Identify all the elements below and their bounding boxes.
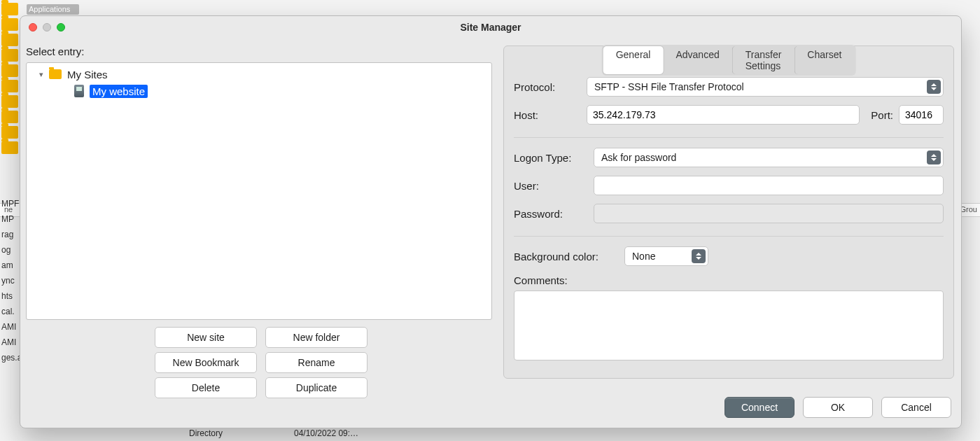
delete-button[interactable]: Delete	[155, 377, 257, 398]
tab-advanced[interactable]: Advanced	[663, 46, 732, 74]
divider	[514, 236, 944, 237]
finder-header-group: Grou	[960, 205, 977, 214]
bgcolor-value: None	[632, 251, 655, 262]
tab-charset[interactable]: Charset	[794, 46, 854, 74]
ok-button[interactable]: OK	[803, 397, 873, 418]
traffic-lights	[29, 23, 65, 31]
cancel-button[interactable]: Cancel	[881, 397, 951, 418]
logon-type-label: Logon Type:	[514, 152, 588, 164]
titlebar[interactable]: Site Manager	[20, 16, 961, 38]
user-label: User:	[514, 180, 588, 192]
divider	[514, 137, 944, 138]
minimize-icon[interactable]	[43, 23, 51, 31]
window-title: Site Manager	[20, 22, 961, 33]
updown-icon	[927, 80, 941, 94]
select-entry-label: Select entry:	[26, 46, 84, 57]
port-input[interactable]	[899, 105, 944, 125]
tab-general[interactable]: General	[603, 46, 664, 74]
folder-icon	[49, 69, 62, 79]
finder-partial-list: MPF MP rag og am ync hts cal. AMI AMI ge…	[0, 196, 21, 365]
tab-transfer-settings[interactable]: Transfer Settings	[732, 46, 794, 74]
close-icon[interactable]	[29, 23, 37, 31]
zoom-icon[interactable]	[57, 23, 65, 31]
tree-root[interactable]: ▾ My Sites	[31, 66, 487, 83]
duplicate-button[interactable]: Duplicate	[265, 377, 368, 398]
updown-icon	[692, 249, 706, 263]
logon-type-select[interactable]: Ask for password	[594, 148, 944, 167]
comments-textarea[interactable]	[514, 290, 944, 360]
protocol-value: SFTP - SSH File Transfer Protocol	[594, 81, 744, 92]
connect-button[interactable]: Connect	[724, 397, 794, 418]
settings-panel: General Advanced Transfer Settings Chars…	[503, 46, 954, 379]
server-icon	[74, 85, 84, 97]
tree-site-label: My website	[90, 85, 148, 98]
site-tree[interactable]: ▾ My Sites My website	[26, 62, 492, 320]
new-bookmark-button[interactable]: New Bookmark	[155, 352, 257, 373]
updown-icon	[927, 150, 941, 164]
tree-root-label: My Sites	[67, 69, 108, 80]
port-label: Port:	[871, 109, 893, 121]
tree-button-grid: New site New folder New Bookmark Rename …	[155, 327, 368, 398]
bgcolor-select[interactable]: None	[624, 246, 708, 266]
rename-button[interactable]: Rename	[265, 352, 368, 373]
host-input[interactable]	[587, 105, 860, 125]
password-label: Password:	[514, 208, 588, 220]
user-input[interactable]	[594, 176, 944, 195]
host-label: Host:	[514, 109, 581, 121]
comments-label: Comments:	[514, 274, 619, 286]
protocol-select[interactable]: SFTP - SSH File Transfer Protocol	[587, 77, 944, 97]
tab-strip: General Advanced Transfer Settings Chars…	[602, 45, 856, 76]
finder-row-kind: Directory	[189, 428, 223, 438]
protocol-label: Protocol:	[514, 81, 581, 93]
new-site-button[interactable]: New site	[155, 327, 257, 348]
logon-type-value: Ask for password	[601, 152, 676, 163]
new-folder-button[interactable]: New folder	[265, 327, 368, 348]
finder-row-date: 04/10/2022 09:…	[294, 428, 358, 438]
password-input	[594, 204, 944, 223]
dialog-actions: Connect OK Cancel	[724, 397, 951, 418]
applications-folder-label: Applications	[27, 4, 79, 15]
bgcolor-label: Background color:	[514, 251, 619, 262]
site-manager-window: Site Manager Select entry: ▾ My Sites My…	[20, 15, 962, 428]
tree-site-item[interactable]: My website	[31, 83, 487, 99]
chevron-down-icon[interactable]: ▾	[39, 70, 46, 79]
